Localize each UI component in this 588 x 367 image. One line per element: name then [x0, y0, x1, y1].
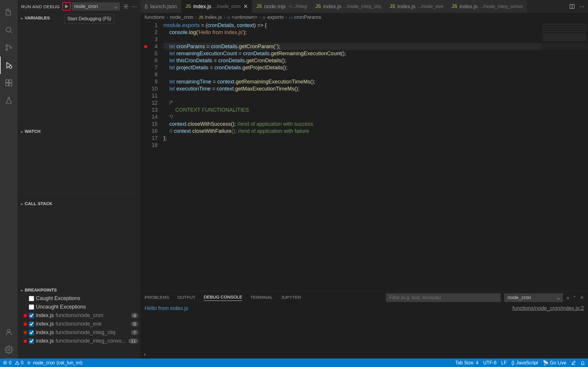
panel-tab[interactable]: DEBUG CONSOLE [204, 294, 242, 301]
more-icon[interactable]: ⋯ [132, 3, 137, 10]
line-number[interactable]: 14 [141, 113, 158, 120]
line-number[interactable]: 18 [141, 142, 158, 149]
line-number[interactable]: 8 [141, 71, 158, 78]
file-icon: JS [315, 4, 321, 9]
line-number[interactable]: 7 [141, 64, 158, 71]
breadcrumb-item[interactable]: ◇ <unknown> [227, 14, 258, 20]
editor-tab[interactable]: JSindex.js.../node_cron✕ [181, 0, 252, 13]
search-icon[interactable] [0, 21, 18, 39]
svg-rect-5 [6, 80, 9, 83]
debug-config-select[interactable]: node_cron ⌵ [72, 2, 120, 11]
testing-icon[interactable] [0, 92, 18, 109]
chevron-down-icon: ⌄ [20, 15, 24, 20]
go-live-status[interactable]: 📡 Go Live [543, 360, 566, 366]
editor-tab[interactable]: JSnode.mjs~/.../integ [252, 0, 311, 13]
watch-label: WATCH [25, 129, 41, 134]
console-source-link[interactable]: functions/node_cron/index.js:2 [512, 305, 584, 349]
breadcrumb-item[interactable]: ◇ exports [263, 14, 283, 20]
watch-header[interactable]: ⌄WATCH [18, 127, 141, 135]
breadcrumb-item[interactable]: node_cron [170, 14, 193, 20]
tab-size-status[interactable]: Tab Size: 4 [455, 360, 478, 366]
editor-tab[interactable]: JSindex.js.../node_integ_convo [447, 0, 527, 13]
line-number[interactable]: 15 [141, 120, 158, 128]
line-number[interactable]: 3 [141, 36, 158, 43]
debug-session-select[interactable]: node_cron ⌵ [504, 293, 563, 302]
more-icon[interactable]: ⋯ [579, 3, 584, 10]
line-number[interactable]: 4 [141, 43, 158, 50]
line-number[interactable]: 13 [141, 106, 158, 113]
source-control-icon[interactable] [0, 39, 18, 56]
breakpoint-dot-icon[interactable] [144, 45, 147, 48]
panel-tab[interactable]: PROBLEMS [145, 295, 169, 301]
encoding-status[interactable]: UTF-8 [483, 360, 496, 366]
breadcrumb-item[interactable]: JS index.js [199, 14, 222, 20]
close-panel-icon[interactable]: ✕ [580, 295, 584, 300]
filter-lines-icon[interactable]: ≡ [567, 295, 569, 300]
editor-tab[interactable]: JSindex.js.../node_integ_cliq [311, 0, 386, 13]
panel-input[interactable]: › [141, 350, 588, 358]
code-editor[interactable]: module.exports = (cronDetails, context) … [163, 22, 588, 291]
code-line: let cronParams = cronDetails.getCronPara… [163, 43, 588, 50]
extensions-icon[interactable] [0, 74, 18, 92]
minimap[interactable] [541, 22, 588, 291]
code-line: console.log('Hello from index.js'); [163, 29, 588, 36]
line-number[interactable]: 12 [141, 99, 158, 106]
line-number[interactable]: 11 [141, 92, 158, 99]
editor-tab[interactable]: {}launch.json [141, 0, 181, 13]
breakpoints-label: BREAKPOINTS [25, 287, 57, 292]
feedback-icon[interactable] [571, 361, 576, 365]
line-number[interactable]: 10 [141, 85, 158, 92]
console-filter-input[interactable] [386, 293, 501, 302]
panel-tab[interactable]: TERMINAL [250, 295, 273, 301]
svg-rect-6 [9, 80, 12, 83]
callstack-header[interactable]: ⌄CALL STACK [18, 199, 141, 208]
line-number[interactable]: 6 [141, 57, 158, 64]
clear-console-icon[interactable]: ⌃ [573, 295, 577, 300]
start-debugging-button[interactable] [62, 2, 71, 11]
debug-target-status[interactable]: node_cron (cat_tun_int) [27, 360, 83, 366]
settings-icon[interactable] [0, 341, 18, 358]
editor-tab[interactable]: JSindex.js.../node_eve [385, 0, 447, 13]
panel-tab[interactable]: OUTPUT [177, 295, 196, 301]
exception-breakpoint-row[interactable]: Caught Exceptions [18, 294, 141, 303]
breakpoints-header[interactable]: ⌄BREAKPOINTS [18, 285, 141, 294]
breadcrumb-item[interactable]: ▭ cronParams [289, 14, 321, 20]
breakpoint-checkbox[interactable] [29, 304, 34, 310]
breakpoint-checkbox[interactable] [29, 330, 34, 335]
line-number[interactable]: 16 [141, 128, 158, 135]
errors-status[interactable]: 0 [3, 360, 11, 366]
breakpoint-row[interactable]: index.jsfunctions/node_eve5 [18, 320, 141, 328]
line-gutter[interactable]: 123456789101112131415161718 [141, 22, 163, 291]
breakpoint-row[interactable]: index.jsfunctions/node_integ_convo...11 [18, 337, 141, 345]
breakpoint-row[interactable]: index.jsfunctions/node_integ_cliq7 [18, 328, 141, 337]
watch-section: ⌄WATCH [18, 126, 141, 199]
exception-breakpoint-row[interactable]: Uncaught Exceptions [18, 303, 141, 311]
gear-icon[interactable] [123, 4, 129, 9]
breadcrumb[interactable]: functions›node_cron›JS index.js›◇ <unkno… [141, 13, 588, 22]
breakpoint-checkbox[interactable] [29, 338, 34, 344]
eol-status[interactable]: LF [501, 360, 507, 366]
line-number[interactable]: 2 [141, 29, 158, 36]
line-number[interactable]: 5 [141, 50, 158, 57]
language-status[interactable]: {} JavaScript [511, 360, 538, 366]
breakpoint-checkbox[interactable] [29, 313, 34, 318]
breakpoint-row[interactable]: index.jsfunctions/node_cron4 [18, 311, 141, 320]
breadcrumb-item[interactable]: functions [145, 14, 165, 20]
notifications-icon[interactable] [580, 361, 585, 365]
code-line [163, 142, 588, 149]
split-editor-icon[interactable] [569, 4, 575, 9]
callstack-label: CALL STACK [25, 201, 52, 206]
line-number[interactable]: 1 [141, 22, 158, 29]
account-icon[interactable] [0, 323, 18, 341]
close-tab-icon[interactable]: ✕ [243, 3, 248, 10]
breakpoint-dot-icon [24, 314, 27, 317]
line-number[interactable]: 17 [141, 135, 158, 142]
breakpoint-checkbox[interactable] [29, 321, 34, 327]
explorer-icon[interactable] [0, 4, 18, 21]
breakpoint-checkbox[interactable] [29, 296, 34, 301]
run-debug-icon[interactable] [0, 56, 18, 74]
line-number[interactable]: 9 [141, 78, 158, 85]
warnings-status[interactable]: 0 [15, 360, 24, 366]
panel-tab[interactable]: JUPYTER [281, 295, 301, 301]
svg-point-3 [10, 47, 12, 48]
